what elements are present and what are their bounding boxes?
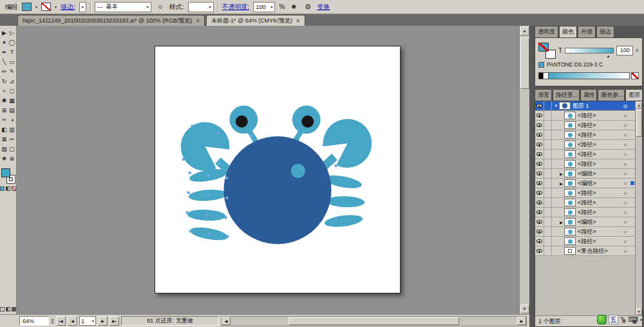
live-paint-bucket-tool[interactable]: ◧	[1, 124, 8, 134]
layers-row-group[interactable]: ▶<编组>○	[535, 169, 635, 179]
visibility-toggle[interactable]	[535, 237, 544, 246]
next-page-button[interactable]: ▶	[98, 316, 108, 326]
tint-slider[interactable]: ▲	[565, 48, 614, 54]
selection-tool[interactable]: ▶	[1, 28, 8, 37]
black-swatch[interactable]	[538, 72, 544, 79]
anchor-point-icon[interactable]	[185, 211, 189, 214]
full-screen-mode-button[interactable]	[12, 307, 16, 312]
vertical-scroll-thumb[interactable]	[520, 37, 529, 89]
visibility-toggle[interactable]	[535, 208, 544, 217]
target-circle[interactable]: ○	[621, 239, 629, 244]
opacity-input[interactable]: 100 ▾	[253, 2, 275, 12]
layers-row-path[interactable]: <路径>○	[535, 130, 635, 140]
layers-row-group[interactable]: ▶<编组>○	[535, 217, 635, 227]
layers-row-path[interactable]: <路径>○	[535, 227, 635, 237]
layers-row-path[interactable]: <路径>○	[535, 198, 635, 208]
page-select[interactable]: 1 ▾	[79, 316, 96, 326]
layers-row-path[interactable]: <路径>○	[535, 150, 635, 159]
visibility-toggle[interactable]	[535, 217, 544, 226]
rotate-tool[interactable]: ↻	[1, 76, 8, 86]
expander-icon[interactable]: ▶	[558, 172, 564, 176]
visibility-toggle[interactable]	[535, 198, 544, 207]
layers-row-group[interactable]: ▶<编组>○	[535, 179, 635, 188]
fill-caret-icon[interactable]: ▾	[35, 5, 37, 9]
target-circle[interactable]: ○	[621, 142, 629, 148]
target-circle[interactable]: ○	[621, 229, 629, 235]
horizontal-scrollbar[interactable]: ◀ ▶	[221, 316, 527, 326]
visibility-toggle[interactable]	[535, 140, 544, 149]
live-paint-selection-tool[interactable]: ▥	[8, 124, 16, 134]
close-icon[interactable]: ×	[296, 17, 300, 25]
visibility-toggle[interactable]	[535, 130, 544, 139]
target-circle[interactable]: ○	[621, 113, 629, 119]
pencil-tool[interactable]: ✎	[8, 66, 16, 76]
keyboard-icon[interactable]: ⌨	[628, 315, 638, 324]
tab-pathfinder[interactable]: 路径查...	[553, 89, 580, 101]
tab-color-guide[interactable]: 颜色参...	[598, 89, 625, 101]
free-transform-tool[interactable]: ◻	[8, 86, 16, 95]
anchor-point-icon[interactable]	[226, 235, 229, 238]
tint-ramp[interactable]	[549, 72, 630, 79]
magic-wand-tool[interactable]: ✦	[1, 37, 8, 47]
scroll-up-icon[interactable]: ▲	[520, 26, 529, 35]
lock-cell[interactable]	[544, 169, 552, 178]
document-tab-2[interactable]: 未标题-1* @ 64% (CMYK/预览) ×	[206, 15, 305, 26]
paintbrush-tool[interactable]: ✏	[1, 66, 8, 76]
opacity-link[interactable]: 不透明度:	[222, 3, 250, 12]
lock-cell[interactable]	[544, 111, 552, 120]
lock-cell[interactable]	[544, 237, 552, 246]
visibility-toggle[interactable]	[535, 159, 544, 168]
ime-mode-button[interactable]: 五	[609, 315, 618, 324]
stroke-weight-select[interactable]: ▾	[79, 2, 86, 12]
panel-menu-icon[interactable]: ≡	[636, 48, 639, 54]
style-select[interactable]: ▾	[188, 2, 214, 12]
zoom-spinner[interactable]: ▲▼	[51, 318, 54, 324]
scroll-left-icon[interactable]: ◀	[222, 317, 231, 325]
lock-cell[interactable]	[544, 150, 552, 159]
wrinkle-options-icon[interactable]: ❂	[303, 2, 313, 12]
layers-scrollbar[interactable]: ▲ ▼	[635, 101, 642, 315]
horizontal-scroll-thumb[interactable]	[289, 317, 459, 325]
lock-cell[interactable]	[544, 217, 552, 226]
fill-color-swatch[interactable]	[22, 3, 32, 11]
stroke-color-swatch[interactable]	[41, 3, 51, 11]
anchor-point-icon[interactable]	[216, 132, 220, 135]
brush-select[interactable]: — 基本 ▾	[95, 2, 151, 12]
expander-icon[interactable]: ▶	[558, 181, 564, 186]
artboard-tool[interactable]: ▢	[8, 144, 16, 154]
last-page-button[interactable]: ▶|	[109, 316, 119, 326]
color-mode-button[interactable]	[0, 186, 5, 191]
tab-gradient[interactable]: 渐变	[535, 89, 552, 101]
panel-fill-stroke-widget[interactable]	[538, 43, 556, 59]
anchor-point-icon[interactable]	[218, 162, 221, 165]
target-circle[interactable]: ○	[621, 123, 629, 128]
transform-link[interactable]: 变换	[317, 3, 330, 12]
blend-tool[interactable]: ◑	[8, 115, 16, 124]
slice-tool[interactable]: ▧	[1, 144, 8, 154]
warp-tool[interactable]: ≈	[1, 86, 8, 95]
layers-row-path[interactable]: <路径>○	[535, 237, 635, 246]
lock-cell[interactable]	[544, 130, 552, 139]
anchor-point-icon[interactable]	[207, 232, 211, 235]
tab-stroke[interactable]: 描边	[596, 26, 614, 37]
anchor-point-icon[interactable]	[224, 216, 227, 219]
recolor-artwork-icon[interactable]: ✺	[289, 2, 299, 12]
crop-area-tool[interactable]: ⊠	[1, 134, 8, 144]
layers-row-path[interactable]: <路径>○	[535, 111, 635, 121]
anchor-point-icon[interactable]	[334, 164, 337, 168]
scissors-tool[interactable]: ✂	[8, 134, 16, 144]
visibility-toggle[interactable]	[535, 246, 544, 255]
pen-tool[interactable]: ✒	[1, 47, 8, 57]
target-circle[interactable]: ○	[621, 219, 629, 225]
fill-stroke-widget[interactable]	[1, 168, 15, 184]
mesh-tool[interactable]: ⊞	[1, 105, 8, 115]
chevron-down-icon[interactable]: ▾	[640, 317, 642, 322]
brush-options-icon[interactable]: ⟐	[155, 2, 166, 12]
anchor-point-icon[interactable]	[207, 174, 210, 177]
tab-layers[interactable]: 图层	[625, 89, 643, 101]
rectangle-tool[interactable]: ▭	[8, 57, 16, 66]
layers-row-path[interactable]: <路径>○	[535, 140, 635, 150]
lock-cell[interactable]	[544, 246, 552, 255]
gradient-mode-button[interactable]	[6, 186, 10, 191]
target-circle[interactable]: ○	[621, 190, 629, 196]
